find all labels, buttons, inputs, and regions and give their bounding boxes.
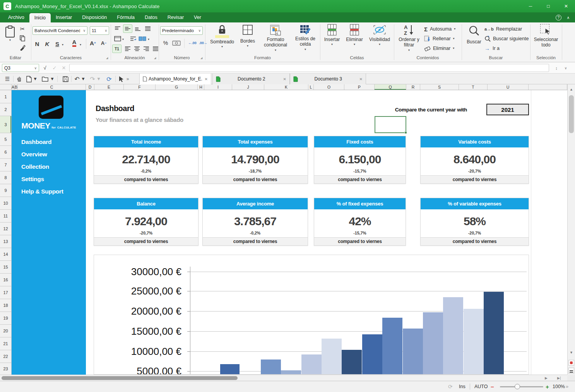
replace-button[interactable]: a→bReemplazar — [484, 25, 522, 33]
column-header-R[interactable]: R — [406, 84, 420, 90]
menu-tab-archivo[interactable]: Archivo — [3, 12, 29, 22]
menu-tab-fórmula[interactable]: Fórmula — [112, 12, 140, 22]
scroll-right-icon[interactable]: ▶ — [545, 375, 548, 381]
paste-button[interactable]: ▾ — [3, 26, 17, 42]
dialog-launcher[interactable]: ◢ — [200, 56, 202, 60]
cell-styles-button[interactable]: Estilos de celda▾ — [292, 25, 319, 51]
dialog-launcher[interactable]: ◢ — [154, 56, 156, 60]
visibility-button[interactable]: Visibilidad ▾ — [367, 24, 392, 47]
row-header-23[interactable]: 23 — [0, 363, 11, 375]
row-header-1[interactable]: 1 — [0, 90, 11, 103]
menu-tab-datos[interactable]: Datos — [140, 12, 163, 22]
row-header-7[interactable]: 7 — [0, 159, 11, 171]
refresh-icon[interactable]: ⟳ — [105, 74, 113, 84]
row-header-15[interactable]: 15 — [0, 261, 11, 274]
find-next-button[interactable]: Buscar siguiente — [484, 34, 529, 43]
caret-down-icon[interactable]: ▾ — [81, 74, 85, 84]
autosum-button[interactable]: ΣAutosuma▾ — [424, 25, 455, 33]
sidebar-item-collection[interactable]: Collection — [12, 161, 86, 173]
sidebar-item-dashboard[interactable]: Dashboard — [12, 136, 86, 148]
merge-cells-button[interactable] — [138, 34, 147, 43]
column-header-K[interactable]: K — [264, 84, 308, 90]
select-all-corner[interactable] — [0, 84, 12, 90]
column-header-H[interactable]: H — [198, 84, 204, 90]
zoom-out-button[interactable]: − — [491, 381, 494, 392]
menu-tab-disposición[interactable]: Disposición — [77, 12, 112, 22]
column-header-J[interactable]: J — [232, 84, 264, 90]
row-header-5[interactable]: 5 — [0, 133, 11, 146]
sidebar-item-overview[interactable]: Overview — [12, 148, 86, 161]
cursor-icon[interactable] — [118, 74, 125, 84]
column-header-B[interactable]: B — [15, 84, 18, 90]
zoom-in-button[interactable]: + — [546, 381, 549, 392]
refresh-status-icon[interactable]: ⟳ — [448, 381, 453, 392]
row-header-9[interactable]: 9 — [0, 184, 11, 197]
number-format-select[interactable]: Predeterminado∨ — [160, 26, 203, 35]
column-header-G[interactable]: G — [156, 84, 198, 90]
underline-button[interactable]: S — [53, 39, 62, 48]
delete-decimal-button[interactable]: .00→ — [197, 39, 209, 47]
status-more-icon[interactable]: » — [566, 381, 568, 392]
currency-format-button[interactable] — [172, 39, 181, 47]
caret-down-icon[interactable]: ▾ — [50, 74, 54, 84]
function-wizard-button[interactable]: √ — [41, 64, 49, 72]
formula-input[interactable] — [69, 64, 549, 72]
row-header-18[interactable]: 18 — [0, 299, 11, 312]
menu-tab-insertar[interactable]: Insertar — [51, 12, 77, 22]
column-header-D[interactable]: D — [86, 84, 94, 90]
row-header-20[interactable]: 20 — [0, 325, 11, 337]
menu-icon[interactable]: ☰ — [3, 74, 12, 84]
align-center-button[interactable] — [132, 45, 142, 53]
justify-vertical-button[interactable] — [143, 24, 152, 33]
caret-down-icon[interactable]: ▾ — [148, 37, 149, 41]
format-painter-button[interactable] — [18, 43, 27, 52]
bold-button[interactable]: N — [33, 39, 42, 48]
document-tab[interactable]: Documento 2✕ — [212, 74, 290, 84]
shrink-font-button[interactable]: A− — [99, 39, 108, 47]
font-color-button[interactable]: A — [70, 39, 79, 47]
align-bottom-button[interactable] — [133, 24, 142, 33]
close-tab-icon[interactable]: ✕ — [283, 77, 286, 81]
find-button[interactable]: Buscar — [464, 25, 484, 45]
chevron-down-icon[interactable]: ∨ — [562, 64, 570, 72]
sidebar-item-settings[interactable]: Settings — [12, 173, 86, 185]
insert-cells-button[interactable]: Insertar ▾ — [321, 24, 343, 47]
row-header-8[interactable]: 8 — [0, 171, 11, 184]
column-header-O[interactable]: O — [314, 84, 344, 90]
accept-icon[interactable]: ✓ — [51, 64, 58, 72]
row-header-2[interactable]: 2 — [0, 103, 11, 116]
close-button[interactable]: ✕ — [557, 0, 575, 12]
menu-tab-ver[interactable]: Ver — [189, 12, 206, 22]
row-header-10[interactable]: 10 — [0, 197, 11, 210]
compare-year-select[interactable]: 2021 — [486, 104, 529, 115]
open-folder-icon[interactable] — [41, 74, 49, 84]
new-document-icon[interactable] — [26, 74, 33, 84]
row-header-11[interactable]: 11 — [0, 210, 11, 223]
row-header-19[interactable]: 19 — [0, 312, 11, 325]
scroll-up-icon[interactable]: ▲ — [568, 87, 575, 91]
row-header-6[interactable]: 6 — [0, 146, 11, 159]
scroll-end-icon[interactable]: ▶| — [557, 375, 561, 381]
font-name-select[interactable]: Bahnschrift Condensed∨ — [33, 26, 87, 35]
column-header-P[interactable]: P — [344, 84, 375, 90]
add-decimal-button[interactable]: ←.00 — [187, 39, 198, 47]
column-header-blank[interactable] — [529, 84, 567, 90]
copy-button[interactable] — [18, 34, 27, 43]
column-header-C[interactable]: C — [18, 84, 86, 90]
borders-button[interactable]: Bordes ▾ — [236, 25, 259, 48]
justify-button[interactable] — [151, 45, 160, 53]
column-header-F[interactable]: F — [124, 84, 156, 90]
column-header-U[interactable]: U — [488, 84, 529, 90]
column-header-S[interactable]: S — [420, 84, 459, 90]
column-header-L[interactable]: L — [308, 84, 314, 90]
caret-down-icon[interactable]: ▾ — [122, 37, 124, 41]
selected-cell-q3[interactable] — [375, 116, 406, 133]
menu-tab-revisar[interactable]: Revisar — [163, 12, 189, 22]
row-header-22[interactable]: 22 — [0, 350, 11, 363]
select-all-button[interactable]: Seleccionar todo — [533, 24, 559, 48]
row-header-14[interactable]: 14 — [0, 248, 11, 261]
row-header-16[interactable]: 16 — [0, 274, 11, 286]
maximize-button[interactable]: □ — [539, 0, 557, 12]
zoom-slider-knob[interactable] — [515, 384, 520, 389]
row-header-13[interactable]: 13 — [0, 235, 11, 248]
